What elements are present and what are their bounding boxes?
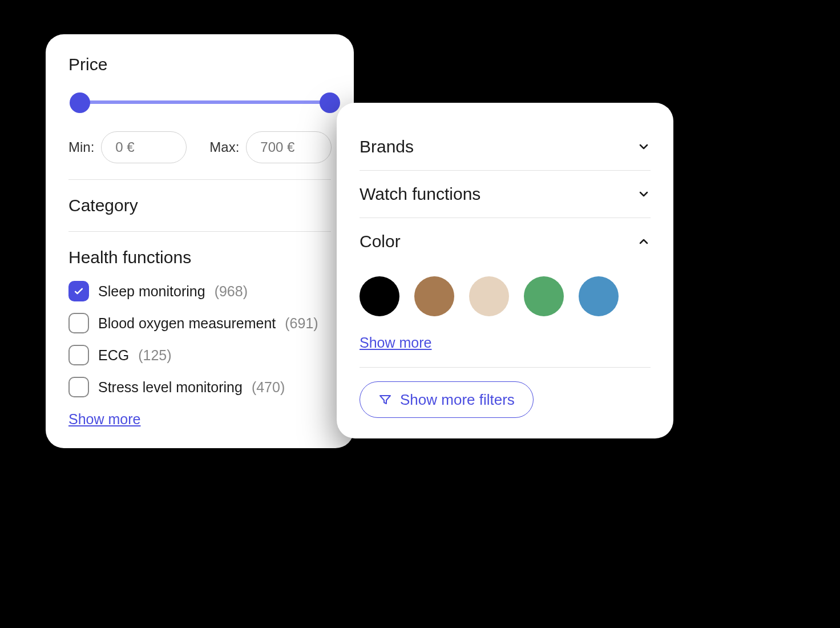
watch-functions-accordion[interactable]: Watch functions	[360, 171, 651, 218]
checkbox-count: (968)	[215, 283, 248, 300]
color-swatch-green[interactable]	[524, 276, 564, 316]
checkbox-icon	[68, 281, 89, 301]
checkbox-blood-oxygen[interactable]: Blood oxygen measurement (691)	[68, 313, 331, 333]
checkbox-count: (470)	[252, 379, 285, 396]
divider	[68, 179, 331, 180]
min-label: Min:	[68, 139, 94, 155]
brands-title: Brands	[360, 137, 414, 156]
checkbox-icon	[68, 345, 89, 365]
chevron-down-icon	[637, 187, 651, 201]
checkbox-ecg[interactable]: ECG (125)	[68, 345, 331, 365]
brands-accordion[interactable]: Brands	[360, 123, 651, 171]
health-show-more-link[interactable]: Show more	[68, 411, 140, 428]
health-title: Health functions	[68, 248, 331, 267]
max-label: Max:	[209, 139, 239, 155]
checkbox-label: ECG	[98, 347, 129, 364]
price-min-group: Min:	[68, 131, 187, 163]
slider-thumb-max[interactable]	[320, 92, 340, 113]
filter-panel-left: Price Min: Max: Category Health function…	[46, 34, 354, 448]
divider	[360, 367, 651, 368]
chevron-down-icon	[637, 140, 651, 154]
price-min-input[interactable]	[101, 131, 187, 163]
filter-icon	[378, 393, 392, 406]
divider	[68, 231, 331, 232]
color-swatch-beige[interactable]	[469, 276, 509, 316]
price-inputs: Min: Max:	[68, 131, 331, 163]
category-title: Category	[68, 196, 331, 215]
health-checkbox-list: Sleep monitoring (968) Blood oxygen meas…	[68, 281, 331, 397]
filter-panel-right: Brands Watch functions Color Show more S…	[337, 103, 673, 438]
show-more-filters-button[interactable]: Show more filters	[360, 381, 534, 418]
show-more-filters-label: Show more filters	[400, 391, 515, 409]
price-max-input[interactable]	[246, 131, 332, 163]
checkbox-sleep-monitoring[interactable]: Sleep monitoring (968)	[68, 281, 331, 301]
checkbox-count: (125)	[138, 347, 171, 364]
color-swatch-blue[interactable]	[579, 276, 619, 316]
price-slider[interactable]	[68, 91, 331, 114]
color-swatch-black[interactable]	[360, 276, 399, 316]
checkbox-label: Blood oxygen measurement	[98, 315, 276, 332]
checkbox-stress-monitoring[interactable]: Stress level monitoring (470)	[68, 377, 331, 397]
checkbox-label: Sleep monitoring	[98, 283, 205, 300]
slider-fill	[80, 100, 331, 104]
watch-functions-title: Watch functions	[360, 184, 480, 204]
color-title: Color	[360, 232, 401, 251]
price-max-group: Max:	[209, 131, 332, 163]
chevron-up-icon	[637, 235, 651, 248]
color-swatches	[360, 276, 651, 321]
color-accordion[interactable]: Color	[360, 218, 651, 265]
price-title: Price	[68, 55, 331, 74]
checkbox-icon	[68, 377, 89, 397]
color-swatch-brown[interactable]	[414, 276, 454, 316]
checkbox-icon	[68, 313, 89, 333]
color-show-more-link[interactable]: Show more	[360, 335, 431, 351]
checkbox-count: (691)	[285, 315, 318, 332]
checkbox-label: Stress level monitoring	[98, 379, 243, 396]
slider-thumb-min[interactable]	[70, 92, 90, 113]
